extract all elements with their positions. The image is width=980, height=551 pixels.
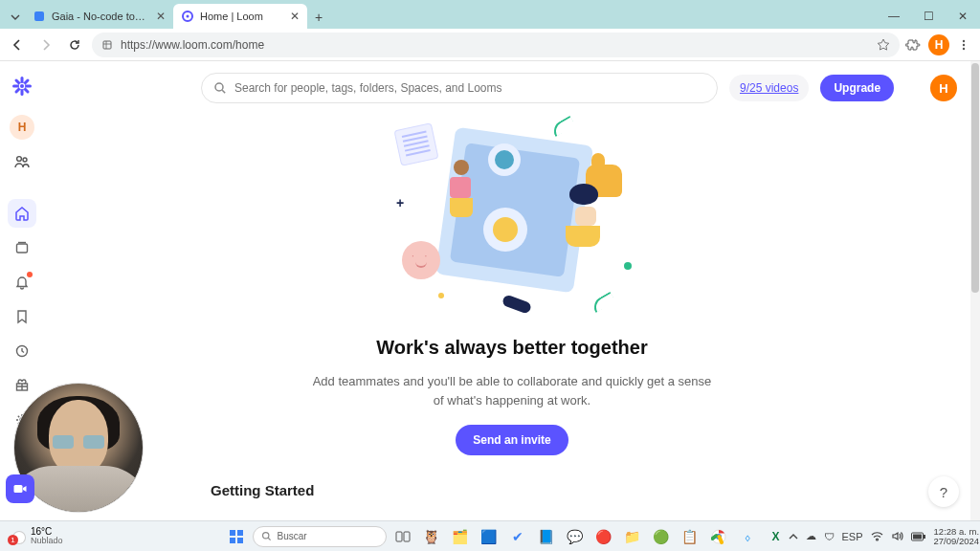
tray-language[interactable]: ESP <box>842 531 863 542</box>
taskbar-app-3[interactable]: ✔ <box>505 525 530 548</box>
maximize-button[interactable]: ☐ <box>911 4 946 29</box>
taskbar-app-chrome[interactable] <box>706 525 731 548</box>
taskbar-app-excel[interactable]: X <box>764 525 789 548</box>
home-icon <box>14 206 30 221</box>
search-icon <box>213 81 227 95</box>
taskbar-app-7[interactable]: 📁 <box>620 525 645 548</box>
forward-button[interactable] <box>34 33 57 56</box>
main: 9/25 videos Upgrade H + <box>44 61 980 520</box>
taskbar-app-5[interactable]: 💬 <box>563 525 588 548</box>
hero-section: + Work's always better together Add team… <box>67 117 957 455</box>
notification-dot <box>27 272 33 277</box>
topbar: 9/25 videos Upgrade H <box>67 73 957 103</box>
taskbar-app-1[interactable]: 🦉 <box>419 525 444 548</box>
sidebar-people[interactable] <box>8 147 36 176</box>
tab-loom[interactable]: Home | Loom ✕ <box>173 4 307 29</box>
taskbar-app-8[interactable]: 🟢 <box>649 525 674 548</box>
weather-condition: Nublado <box>31 537 63 545</box>
minimize-button[interactable]: — <box>877 4 911 29</box>
address-bar[interactable]: https://www.loom.com/home <box>92 33 900 57</box>
svg-rect-26 <box>396 532 402 541</box>
sidebar-notifications[interactable] <box>8 268 36 297</box>
clock-icon <box>14 343 30 359</box>
hero-title: Work's always better together <box>67 337 957 359</box>
getting-started-heading: Getting Started <box>211 482 957 498</box>
page-scrollbar[interactable] <box>970 61 980 520</box>
svg-rect-22 <box>237 530 243 536</box>
back-button[interactable] <box>6 33 29 56</box>
svg-point-4 <box>963 39 965 41</box>
tab-title: Gaia - No-code tool to build N… <box>52 11 150 22</box>
url-text: https://www.loom.com/home <box>121 38 264 52</box>
browser-toolbar: https://www.loom.com/home H <box>0 29 980 61</box>
close-icon[interactable]: ✕ <box>290 10 300 23</box>
camera-icon <box>12 481 28 496</box>
taskbar-search[interactable]: Buscar <box>253 526 387 547</box>
svg-rect-21 <box>230 530 235 536</box>
loom-logo[interactable] <box>11 75 33 98</box>
taskbar-weather[interactable]: 1 16°C Nublado <box>0 527 71 545</box>
taskbar-clock[interactable]: 12:28 a. m. 27/09/2024 <box>934 527 980 546</box>
send-invite-button[interactable]: Send an invite <box>456 425 568 455</box>
profile-avatar[interactable]: H <box>928 34 949 55</box>
tray-wifi-icon[interactable] <box>871 530 883 542</box>
scrollbar-thumb[interactable] <box>971 63 979 293</box>
windows-icon <box>229 529 244 544</box>
taskview-icon <box>395 529 411 544</box>
chrome-icon <box>711 529 726 544</box>
search-bar[interactable] <box>201 73 718 103</box>
taskbar-app-2[interactable]: 🟦 <box>477 525 501 548</box>
help-button[interactable]: ? <box>928 476 959 507</box>
reload-button[interactable] <box>63 33 86 56</box>
menu-icon[interactable] <box>957 38 970 52</box>
weather-badge: 1 <box>8 535 18 545</box>
svg-point-25 <box>262 533 268 539</box>
taskbar-search-placeholder: Buscar <box>278 531 307 541</box>
close-window-button[interactable]: ✕ <box>946 4 980 29</box>
sidebar-home[interactable] <box>8 199 36 228</box>
tab-list-dropdown[interactable] <box>6 6 25 29</box>
weather-icon: 1 <box>8 528 25 545</box>
people-icon <box>13 153 31 170</box>
bookmark-star-icon[interactable] <box>877 38 890 52</box>
sidebar-bookmark[interactable] <box>8 302 36 331</box>
reload-icon <box>68 38 81 52</box>
video-count-badge[interactable]: 9/25 videos <box>729 75 809 101</box>
sidebar-history[interactable] <box>8 337 36 365</box>
new-tab-button[interactable]: + <box>307 6 330 29</box>
taskbar-app-4[interactable]: 📘 <box>534 525 559 548</box>
tray-security-icon[interactable]: 🛡 <box>824 531 835 542</box>
taskbar-right: ☁ 🛡 ESP 12:28 a. m. 27/09/2024 <box>789 527 980 546</box>
svg-rect-24 <box>237 538 243 543</box>
record-button[interactable] <box>6 474 34 503</box>
tray-battery-icon[interactable] <box>911 532 926 541</box>
upgrade-button[interactable]: Upgrade <box>820 75 894 101</box>
bookmark-icon <box>14 309 30 324</box>
chevron-down-icon <box>11 12 20 22</box>
svg-rect-27 <box>404 532 410 541</box>
close-icon[interactable]: ✕ <box>156 10 166 23</box>
taskbar-app-vscode[interactable]: ⬨ <box>735 525 760 548</box>
window-controls: — ☐ ✕ <box>877 4 980 29</box>
page-content: H + <box>0 61 980 520</box>
sidebar-library[interactable] <box>8 233 36 262</box>
tray-chevron[interactable] <box>789 532 798 541</box>
browser-chrome: Gaia - No-code tool to build N… ✕ Home |… <box>0 0 980 61</box>
taskbar-app-explorer[interactable]: 🗂️ <box>448 525 473 548</box>
search-input[interactable] <box>234 81 705 95</box>
tray-volume-icon[interactable] <box>891 530 903 542</box>
taskbar-app-9[interactable]: 📋 <box>678 525 702 548</box>
svg-rect-32 <box>913 534 922 539</box>
taskbar-app-6[interactable]: 🔴 <box>591 525 616 548</box>
tab-gaia[interactable]: Gaia - No-code tool to build N… ✕ <box>25 4 173 29</box>
site-info-icon <box>101 39 113 51</box>
sidebar-workspace-avatar[interactable]: H <box>8 113 36 142</box>
svg-point-6 <box>963 47 965 49</box>
start-button[interactable] <box>224 525 249 548</box>
user-avatar[interactable]: H <box>930 75 957 101</box>
sidebar-gift[interactable] <box>8 371 36 400</box>
tray-onedrive-icon[interactable]: ☁ <box>806 530 816 542</box>
task-view-button[interactable] <box>390 525 415 548</box>
extensions-icon[interactable] <box>905 37 921 53</box>
svg-point-12 <box>20 84 24 88</box>
